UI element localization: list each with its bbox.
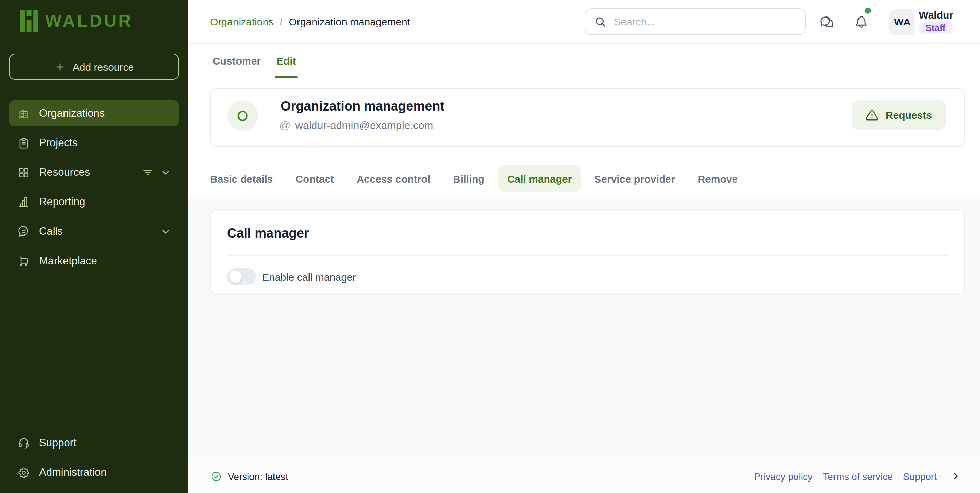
user-menu[interactable]: Waldur Staff <box>919 9 953 34</box>
content-area: Call manager Enable call manager <box>188 197 980 459</box>
add-resource-button[interactable]: Add resource <box>9 54 179 80</box>
organization-card: O Organization management @ waldur-admin… <box>210 88 965 147</box>
toggle-knob <box>229 271 242 283</box>
sidebar-item-resources[interactable]: Resources <box>9 159 179 185</box>
organization-title: Organization management <box>281 99 444 114</box>
call-manager-heading: Call manager <box>227 226 309 241</box>
user-name: Waldur <box>919 9 953 21</box>
organization-email-row: @ waldur-admin@example.com <box>279 120 433 132</box>
add-resource-label: Add resource <box>73 61 134 72</box>
sidebar-item-projects[interactable]: Projects <box>9 130 179 156</box>
sidebar-item-calls[interactable]: Calls <box>9 219 179 244</box>
tab-billing[interactable]: Billing <box>443 166 494 191</box>
bar-chart-icon <box>17 195 30 208</box>
organization-avatar: O <box>227 100 258 131</box>
cart-icon <box>17 254 30 268</box>
sidebar: WALDUR Add resource Organizations <box>0 0 188 493</box>
sidebar-item-marketplace[interactable]: Marketplace <box>9 248 179 274</box>
check-circle-icon <box>211 471 222 482</box>
sidebar-item-label: Resources <box>39 166 90 179</box>
tab-edit[interactable]: Edit <box>277 44 296 78</box>
sidebar-divider <box>9 417 179 418</box>
card-divider <box>227 255 948 256</box>
detail-tabs: Basic details Contact Access control Bil… <box>200 166 980 191</box>
organization-email: waldur-admin@example.com <box>296 120 433 132</box>
tab-customer[interactable]: Customer <box>213 44 261 78</box>
logo-text: WALDUR <box>45 11 133 31</box>
tab-contact[interactable]: Contact <box>286 166 344 191</box>
sidebar-item-organizations[interactable]: Organizations <box>9 100 179 126</box>
chevron-down-icon[interactable] <box>160 166 172 178</box>
requests-button[interactable]: Requests <box>852 100 946 130</box>
sidebar-item-administration[interactable]: Administration <box>9 459 179 485</box>
sidebar-nav: Organizations Projects R <box>9 100 179 278</box>
sidebar-item-label: Organizations <box>39 107 105 120</box>
privacy-policy-link[interactable]: Privacy policy <box>754 471 813 482</box>
building-icon <box>17 107 30 120</box>
search-input[interactable] <box>614 16 796 27</box>
call-manager-card: Call manager Enable call manager <box>210 209 965 295</box>
toggle-label: Enable call manager <box>262 271 356 282</box>
tab-call-manager[interactable]: Call manager <box>498 166 581 191</box>
notifications-button[interactable] <box>853 14 869 29</box>
sidebar-item-label: Support <box>39 437 76 449</box>
sidebar-bottom: Support Administration <box>9 417 179 489</box>
version-info: Version: latest <box>211 471 288 482</box>
app-root: WALDUR Add resource Organizations <box>0 0 980 493</box>
chat-button[interactable] <box>819 14 834 29</box>
avatar[interactable]: WA <box>889 9 915 35</box>
plus-icon <box>54 61 66 72</box>
terms-of-service-link[interactable]: Terms of service <box>823 471 893 482</box>
breadcrumb-current: Organization management <box>289 16 410 27</box>
tab-service-provider[interactable]: Service provider <box>585 166 684 191</box>
gear-icon <box>17 466 30 479</box>
breadcrumb-link-organizations[interactable]: Organizations <box>210 16 274 27</box>
enable-call-manager-toggle[interactable] <box>227 268 256 285</box>
breadcrumb-separator: / <box>280 16 282 27</box>
search-bar <box>584 8 805 35</box>
page-footer: Version: latest Privacy policy Terms of … <box>188 459 980 493</box>
sidebar-item-label: Projects <box>39 137 78 149</box>
main-area: Organizations / Organization management <box>188 0 980 493</box>
notification-dot <box>864 7 870 13</box>
sidebar-item-support[interactable]: Support <box>9 430 179 456</box>
search-icon <box>594 16 606 28</box>
footer-links: Privacy policy Terms of service Support <box>754 471 960 482</box>
chat-bubbles-icon <box>819 14 834 29</box>
logo[interactable]: WALDUR <box>20 10 133 32</box>
sidebar-item-reporting[interactable]: Reporting <box>9 189 179 215</box>
sidebar-item-label: Calls <box>39 225 63 238</box>
staff-badge: Staff <box>919 22 952 34</box>
clipboard-icon <box>17 136 30 149</box>
breadcrumb: Organizations / Organization management <box>210 16 410 27</box>
at-icon: @ <box>279 120 291 132</box>
warning-triangle-icon <box>866 108 879 121</box>
message-icon <box>17 225 30 238</box>
avatar-initials: WA <box>894 16 910 27</box>
sidebar-item-label: Reporting <box>39 196 85 208</box>
tab-basic-details[interactable]: Basic details <box>200 166 282 191</box>
grid-icon <box>17 166 30 179</box>
page-tabs: Customer Edit <box>188 44 980 78</box>
organization-section: O Organization management @ waldur-admin… <box>188 78 980 197</box>
top-header: Organizations / Organization management <box>188 0 980 44</box>
version-text: Version: latest <box>228 471 288 482</box>
tab-remove[interactable]: Remove <box>688 166 747 191</box>
chevron-right-icon[interactable] <box>951 472 960 481</box>
tab-access-control[interactable]: Access control <box>347 166 440 191</box>
sidebar-item-label: Marketplace <box>39 255 97 267</box>
bell-icon <box>853 14 869 29</box>
support-link[interactable]: Support <box>903 471 937 482</box>
chevron-down-icon[interactable] <box>160 225 172 237</box>
sidebar-item-label: Administration <box>39 466 107 479</box>
waldur-logo-icon <box>20 10 38 32</box>
headset-icon <box>17 436 30 449</box>
filter-icon[interactable] <box>142 166 154 178</box>
enable-call-manager-row: Enable call manager <box>227 268 356 285</box>
